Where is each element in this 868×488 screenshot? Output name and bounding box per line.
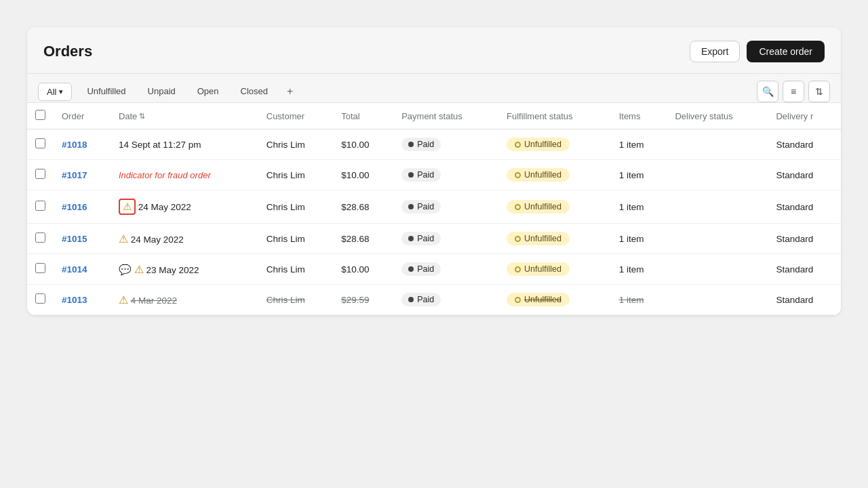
fulfillment-status-badge: Unfulfilled xyxy=(507,262,570,276)
col-total: Total xyxy=(333,103,393,129)
col-customer: Customer xyxy=(258,103,333,129)
payment-status-badge: Paid xyxy=(401,200,441,214)
customer-name: Chris Lim xyxy=(258,190,333,224)
date-text: 24 May 2022 xyxy=(138,202,191,212)
delivery-status xyxy=(667,129,768,160)
items-count: 1 item xyxy=(611,160,667,190)
row-checkbox[interactable] xyxy=(35,263,45,273)
col-delivery-r: Delivery r xyxy=(768,103,841,129)
table-row: #101814 Sept at 11:27 pmChris Lim$10.00P… xyxy=(27,129,841,160)
tab-all-label: All xyxy=(47,87,56,97)
payment-status-badge: Paid xyxy=(401,293,441,306)
unfulfilled-ring xyxy=(515,297,521,303)
fulfillment-status-badge: Unfulfilled xyxy=(507,232,570,245)
fraud-warning-icon: ⚠ xyxy=(134,263,144,276)
table-row: #1014💬 ⚠ 23 May 2022Chris Lim$10.00PaidU… xyxy=(27,254,841,285)
delivery-status xyxy=(667,285,768,315)
tab-add-button[interactable]: + xyxy=(280,81,300,102)
table-header-row: Order Date ⇅ Customer Total Payment stat… xyxy=(27,103,841,129)
tab-unpaid[interactable]: Unpaid xyxy=(138,82,185,102)
items-count: 1 item xyxy=(611,190,667,224)
delivery-r: Standard xyxy=(768,285,841,315)
select-all-checkbox[interactable] xyxy=(35,110,45,120)
order-total: $28.68 xyxy=(333,224,393,254)
tab-unfulfilled[interactable]: Unfulfilled xyxy=(77,82,135,102)
customer-name: Chris Lim xyxy=(258,160,333,190)
tabs-right-actions: 🔍 ≡ ⇅ xyxy=(757,81,830,102)
payment-status-badge: Paid xyxy=(401,138,441,151)
tabs-bar: All ▾ Unfulfilled Unpaid Open Closed + 🔍… xyxy=(27,74,841,103)
order-total: $10.00 xyxy=(333,129,393,160)
row-checkbox[interactable] xyxy=(35,201,45,211)
col-date[interactable]: Date ⇅ xyxy=(111,103,258,129)
fulfillment-status-badge: Unfulfilled xyxy=(507,168,570,182)
delivery-r: Standard xyxy=(768,129,841,160)
table-row: #1015⚠ 24 May 2022Chris Lim$28.68PaidUnf… xyxy=(27,224,841,254)
sort-button[interactable]: ⇅ xyxy=(808,81,830,102)
order-number[interactable]: #1014 xyxy=(62,264,87,274)
table-row: #1013⚠ 4 Mar 2022Chris Lim$29.59PaidUnfu… xyxy=(27,285,841,315)
page-title: Orders xyxy=(43,43,92,60)
paid-dot xyxy=(408,172,414,178)
customer-name: Chris Lim xyxy=(258,129,333,160)
date-text: 24 May 2022 xyxy=(131,235,184,245)
order-number[interactable]: #1013 xyxy=(62,295,87,305)
chat-icon: 💬 xyxy=(119,264,132,276)
search-icon: 🔍 xyxy=(762,86,774,97)
row-checkbox[interactable] xyxy=(35,169,45,179)
chevron-down-icon: ▾ xyxy=(59,87,63,96)
customer-name: Chris Lim xyxy=(258,285,333,315)
order-number[interactable]: #1015 xyxy=(62,234,87,244)
date-text: 14 Sept at 11:27 pm xyxy=(119,140,201,150)
col-checkbox xyxy=(27,103,54,129)
fulfillment-status-badge: Unfulfilled xyxy=(507,200,570,214)
date-text: 4 Mar 2022 xyxy=(131,296,177,306)
sort-date-icon: ⇅ xyxy=(139,112,145,121)
paid-dot xyxy=(408,236,414,241)
fraud-warning-icon: ⚠ xyxy=(119,232,128,245)
page-header: Orders Export Create order xyxy=(27,27,841,74)
tab-closed[interactable]: Closed xyxy=(231,82,277,102)
unfulfilled-ring xyxy=(515,266,521,272)
tab-all[interactable]: All ▾ xyxy=(38,83,72,101)
row-checkbox[interactable] xyxy=(35,232,45,243)
unfulfilled-ring xyxy=(515,172,521,178)
paid-dot xyxy=(408,297,414,302)
payment-status-badge: Paid xyxy=(401,262,441,276)
payment-status-badge: Paid xyxy=(401,232,441,245)
order-total: $28.68 xyxy=(333,190,393,224)
row-checkbox[interactable] xyxy=(35,293,45,304)
paid-dot xyxy=(408,266,414,272)
delivery-r: Standard xyxy=(768,224,841,254)
fraud-warning-boxed-icon: ⚠ xyxy=(119,199,136,215)
order-number[interactable]: #1016 xyxy=(62,202,87,212)
paid-dot xyxy=(408,204,414,209)
export-button[interactable]: Export xyxy=(690,41,740,62)
order-number[interactable]: #1018 xyxy=(62,140,87,150)
row-checkbox[interactable] xyxy=(35,138,45,148)
order-total: $10.00 xyxy=(333,254,393,285)
items-count: 1 item xyxy=(611,129,667,160)
delivery-status xyxy=(667,160,768,190)
delivery-status xyxy=(667,254,768,285)
col-items: Items xyxy=(611,103,667,129)
unfulfilled-ring xyxy=(515,142,521,148)
items-count: 1 item xyxy=(611,285,667,315)
order-total: $10.00 xyxy=(333,160,393,190)
orders-table-wrap: Order Date ⇅ Customer Total Payment stat… xyxy=(27,103,841,315)
orders-table: Order Date ⇅ Customer Total Payment stat… xyxy=(27,103,841,315)
unfulfilled-ring xyxy=(515,236,521,242)
delivery-r: Standard xyxy=(768,254,841,285)
tab-open[interactable]: Open xyxy=(188,82,229,102)
col-delivery-status: Delivery status xyxy=(667,103,768,129)
create-order-button[interactable]: Create order xyxy=(747,41,825,62)
filter-button[interactable]: ≡ xyxy=(783,81,804,102)
col-payment-status: Payment status xyxy=(393,103,498,129)
unfulfilled-ring xyxy=(515,204,521,210)
date-text: 23 May 2022 xyxy=(146,265,199,275)
orders-page: Orders Export Create order All ▾ Unfulfi… xyxy=(27,27,841,315)
header-actions: Export Create order xyxy=(690,41,825,62)
order-number[interactable]: #1017 xyxy=(62,170,87,180)
delivery-r: Standard xyxy=(768,190,841,224)
search-button[interactable]: 🔍 xyxy=(757,81,778,102)
